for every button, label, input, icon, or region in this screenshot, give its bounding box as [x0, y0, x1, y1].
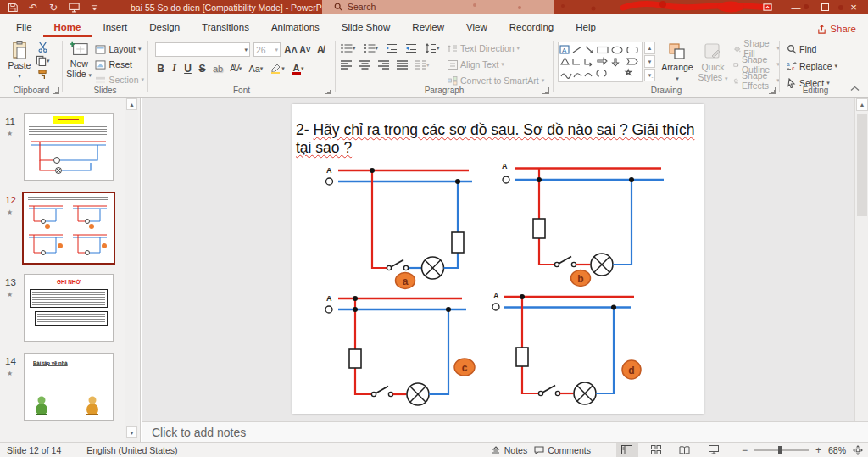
notes-pane[interactable]: Click to add notes — [142, 421, 868, 442]
shapes-scroll-up-button[interactable]: ▲ — [644, 42, 655, 54]
paste-button[interactable]: Paste▾ — [7, 37, 32, 86]
comments-toggle-button[interactable]: Comments — [534, 445, 591, 455]
drawing-dialog-launcher[interactable] — [769, 87, 776, 94]
circuit-diagram-b[interactable]: A b — [500, 159, 670, 291]
font-name-select[interactable]: ▾ — [155, 42, 250, 57]
decrease-indent-button[interactable] — [386, 43, 398, 53]
align-text-button[interactable]: Align Text▾ — [446, 58, 546, 71]
shapes-scroll-down-button[interactable]: ▼ — [644, 55, 655, 68]
tab-animations[interactable]: Animations — [260, 18, 331, 37]
zoom-level-indicator[interactable]: 68% — [828, 445, 846, 455]
zoom-slider-thumb[interactable] — [778, 446, 782, 454]
start-slideshow-icon[interactable] — [68, 2, 80, 14]
circuit-diagram-a[interactable]: A a — [322, 159, 479, 291]
change-case-button[interactable]: Aa▾ — [248, 64, 263, 74]
align-center-button[interactable] — [359, 60, 370, 70]
character-spacing-button[interactable]: AV▾ — [230, 64, 242, 73]
collapse-ribbon-button[interactable] — [850, 86, 860, 92]
zoom-in-button[interactable]: + — [815, 444, 821, 456]
editor-scrollbar[interactable]: ▲ — [854, 98, 868, 421]
copy-button[interactable]: ▾ — [36, 55, 50, 66]
tab-home[interactable]: Home — [43, 18, 92, 37]
shape-fill-button[interactable]: Shape Fill▾ — [732, 42, 782, 55]
tab-transitions[interactable]: Transitions — [191, 18, 260, 37]
replace-button[interactable]: acReplace▾ — [785, 59, 849, 73]
underline-button[interactable]: U — [184, 63, 192, 75]
reading-view-button[interactable] — [674, 443, 696, 457]
thumbnail-scrollbar[interactable]: ▲ ▼ — [125, 98, 138, 442]
tab-file[interactable]: File — [5, 18, 43, 37]
align-right-button[interactable] — [378, 60, 389, 70]
notes-toggle-button[interactable]: Notes — [491, 445, 527, 455]
slide-12-thumbnail[interactable] — [22, 192, 115, 265]
text-direction-button[interactable]: Text Direction▾ — [446, 42, 546, 55]
thumbnail-scroll-down-icon[interactable]: ▼ — [126, 426, 137, 438]
slide-sorter-view-button[interactable] — [645, 443, 667, 457]
increase-indent-button[interactable] — [405, 43, 417, 53]
ribbon-display-options-icon[interactable] — [753, 0, 782, 14]
highlight-color-button[interactable]: ▾ — [270, 63, 285, 74]
section-button[interactable]: Section▾ — [93, 73, 146, 86]
tab-design[interactable]: Design — [138, 18, 191, 37]
cut-button[interactable] — [36, 42, 50, 53]
arrange-button[interactable]: Arrange▾ — [659, 39, 696, 88]
minimize-button[interactable]: — — [782, 0, 810, 14]
redo-icon[interactable]: ↻ — [47, 2, 59, 14]
layout-button[interactable]: Layout▾ — [93, 42, 146, 56]
close-button[interactable]: × — [839, 0, 868, 14]
slide-number-indicator[interactable]: Slide 12 of 14 — [7, 445, 61, 455]
format-painter-button[interactable] — [36, 69, 50, 80]
font-color-button[interactable]: A▾ — [292, 63, 304, 75]
tab-review[interactable]: Review — [401, 18, 455, 37]
slideshow-view-button[interactable] — [703, 443, 725, 457]
slide-11-thumbnail[interactable] — [24, 113, 114, 181]
italic-button[interactable]: I — [171, 62, 177, 75]
find-button[interactable]: Find — [785, 42, 849, 56]
tab-view[interactable]: View — [455, 18, 498, 37]
reset-button[interactable]: Reset — [93, 58, 146, 71]
tab-help[interactable]: Help — [565, 18, 607, 37]
decrease-font-size-button[interactable]: A˅ — [299, 45, 311, 54]
fit-slide-to-window-button[interactable] — [853, 445, 863, 455]
zoom-slider[interactable] — [754, 449, 809, 451]
circuit-diagram-c[interactable]: A c — [320, 287, 490, 414]
quick-styles-button[interactable]: QuickStyles ▾ — [696, 39, 730, 88]
shape-gallery[interactable]: A — [558, 42, 643, 82]
bullets-button[interactable]: ▾ — [341, 43, 356, 53]
language-indicator[interactable]: English (United States) — [86, 445, 177, 455]
zoom-out-button[interactable]: − — [742, 444, 748, 456]
font-dialog-launcher[interactable] — [325, 87, 331, 94]
customize-qat-icon[interactable] — [88, 2, 100, 14]
line-spacing-button[interactable]: ▾ — [425, 43, 440, 53]
slide-13-thumbnail[interactable]: GHI NHỚ — [24, 274, 114, 342]
justify-button[interactable] — [397, 60, 408, 70]
font-size-select[interactable]: 26▾ — [253, 42, 281, 57]
undo-icon[interactable]: ↶ — [27, 2, 39, 14]
align-left-button[interactable] — [341, 60, 352, 70]
search-input[interactable]: Search — [322, 0, 554, 14]
paragraph-dialog-launcher[interactable] — [542, 87, 549, 94]
slide-canvas[interactable]: 2- Hãy chỉ ra trong các sơ đồ sau. Sơ đồ… — [292, 104, 704, 414]
save-icon[interactable] — [7, 2, 19, 14]
text-shadow-button[interactable]: ab — [213, 64, 223, 74]
clear-formatting-button[interactable]: A̸ — [314, 44, 326, 56]
normal-view-button[interactable] — [616, 443, 638, 457]
tab-slideshow[interactable]: Slide Show — [331, 18, 402, 37]
new-slide-button[interactable]: NewSlide ▾ — [66, 37, 92, 86]
circuit-diagram-d[interactable]: A d — [490, 287, 651, 414]
strikethrough-button[interactable]: S — [198, 63, 206, 75]
maximize-button[interactable] — [810, 0, 839, 14]
clipboard-dialog-launcher[interactable] — [53, 87, 59, 94]
numbering-button[interactable]: ▾ — [364, 43, 379, 53]
shape-outline-button[interactable]: Shape Outline▾ — [732, 58, 782, 71]
editor-scrollbar-thumb[interactable] — [857, 114, 867, 216]
editor-scroll-up-icon[interactable]: ▲ — [856, 98, 868, 111]
shapes-more-button[interactable]: ▼̱ — [644, 69, 655, 81]
tab-insert[interactable]: Insert — [92, 18, 138, 37]
tab-recording[interactable]: Recording — [498, 18, 565, 37]
slide-14-thumbnail[interactable]: Bài tập về nhà — [24, 353, 114, 421]
increase-font-size-button[interactable]: A˄ — [284, 44, 296, 56]
share-button[interactable]: Share — [817, 24, 856, 34]
bold-button[interactable]: B — [157, 63, 164, 75]
columns-button[interactable]: ▾ — [415, 60, 430, 70]
